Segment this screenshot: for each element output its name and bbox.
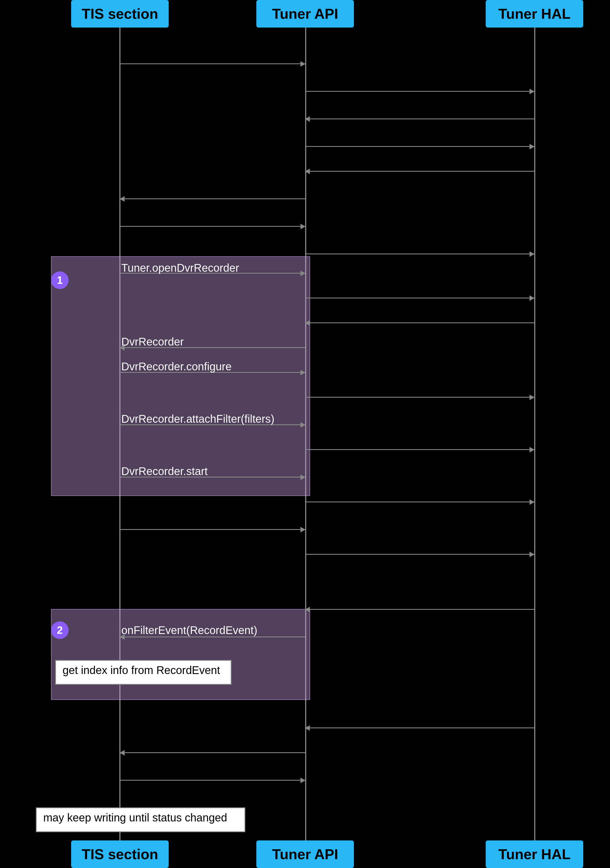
tuner-api-label-bottom: Tuner API (272, 846, 338, 862)
step2-box (51, 609, 310, 700)
tis-label-bottom: TIS section (82, 846, 158, 862)
tuner-hal-label-top: Tuner HAL (498, 6, 571, 22)
arrow-21 (305, 609, 534, 610)
arrow-8 (305, 254, 534, 254)
label-dvr-recorder: DvrRecorder (121, 336, 184, 348)
label-attach-filter: DvrRecorder.attachFilter(filters) (121, 413, 275, 425)
tuner-hal-label-bottom: Tuner HAL (498, 846, 571, 862)
step1-box (51, 256, 310, 496)
note-get-index: get index info from RecordEvent (55, 660, 231, 685)
arrow-25 (120, 780, 305, 781)
tis-header-bottom: TIS section (71, 840, 169, 868)
arrow-4 (305, 146, 534, 147)
tuner-api-label-top: Tuner API (272, 6, 338, 22)
arrow-3 (305, 118, 534, 119)
arrow-10 (305, 298, 534, 298)
arrow-filter-event (120, 637, 305, 637)
arrow-19 (120, 529, 305, 530)
step1-badge: 1 (51, 271, 68, 289)
arrow-16 (305, 449, 534, 450)
step2-label: 2 (57, 625, 62, 636)
arrow-23 (305, 727, 534, 728)
arrow-24 (120, 752, 305, 753)
label-start: DvrRecorder.start (121, 465, 208, 477)
tuner-hal-header-top: Tuner HAL (486, 0, 583, 28)
arrow-5 (305, 171, 534, 172)
arrow-20 (305, 554, 534, 555)
label-configure: DvrRecorder.configure (121, 360, 231, 373)
tuner-api-header-bottom: Tuner API (256, 840, 354, 868)
label-open-dvr: Tuner.openDvrRecorder (121, 262, 239, 274)
tuner-api-header-top: Tuner API (256, 0, 354, 28)
tuner-hal-lifeline (534, 28, 535, 840)
arrow-11 (305, 322, 534, 323)
tis-header-top: TIS section (71, 0, 169, 28)
arrow-14 (305, 397, 534, 398)
step2-badge: 2 (51, 622, 68, 639)
step1-label: 1 (57, 274, 62, 286)
note-keep-writing: may keep writing until status changed (36, 808, 245, 832)
arrow-6 (120, 198, 305, 199)
arrow-1 (120, 64, 305, 64)
arrow-2 (305, 91, 534, 92)
arrow-18 (305, 502, 534, 502)
tis-label-top: TIS section (82, 6, 158, 22)
tuner-hal-header-bottom: Tuner HAL (486, 840, 583, 868)
label-filter-event: onFilterEvent(RecordEvent) (121, 624, 258, 637)
arrow-7 (120, 226, 305, 227)
